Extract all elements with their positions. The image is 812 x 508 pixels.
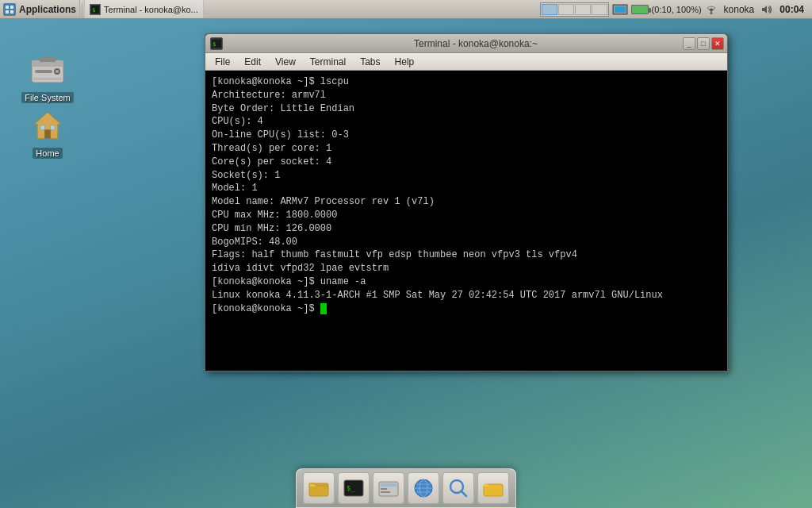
menu-edit[interactable]: Edit (238, 55, 267, 69)
svg-rect-26 (381, 488, 387, 490)
workspace-3[interactable] (575, 4, 591, 15)
battery-icon (631, 5, 649, 14)
applications-icon (3, 3, 16, 16)
terminal-line: BogoMIPS: 48.00 (212, 236, 721, 249)
svg-rect-2 (6, 10, 9, 13)
terminal-line: [konoka@konoka ~]$ lscpu (212, 75, 721, 89)
menu-help[interactable]: Help (389, 55, 421, 69)
svg-rect-10 (35, 70, 52, 73)
taskbar-right-area: (0:10, 100%) konoka 00:04 (535, 0, 812, 18)
home-icon-label: Home (33, 148, 62, 159)
filesystem-icon-image (29, 51, 67, 89)
taskbar-top: Applications $ Terminal - konoka@ko... (0, 0, 812, 19)
window-controls: _ □ ✕ (683, 37, 724, 50)
terminal-line: Model name: ARMv7 Processor rev 1 (v7l) (212, 195, 721, 209)
svg-rect-25 (381, 483, 396, 487)
desktop-icon-home[interactable]: Home (16, 103, 79, 162)
dock: $_ (296, 468, 516, 508)
workspace-switcher[interactable] (540, 2, 609, 17)
window-maximize-button[interactable]: □ (697, 37, 710, 50)
window-minimize-button[interactable]: _ (683, 37, 695, 50)
terminal-content[interactable]: [konoka@konoka ~]$ lscpuArchitecture: ar… (205, 71, 727, 371)
monitor-display (612, 4, 628, 15)
dock-item-terminal[interactable]: $_ (338, 472, 370, 504)
window-close-button[interactable]: ✕ (711, 37, 724, 50)
svg-text:$: $ (213, 41, 216, 48)
terminal-taskbar-label: Terminal - konoka@ko... (104, 5, 198, 14)
separator-1 (82, 3, 82, 16)
terminal-window: $ Terminal - konoka@konoka:~ _ □ ✕ File … (205, 33, 728, 371)
svg-rect-13 (33, 78, 62, 80)
terminal-line: Socket(s): 1 (212, 169, 721, 183)
menu-tabs[interactable]: Tabs (354, 55, 386, 69)
svg-text:$_: $_ (347, 484, 355, 492)
network-icon (705, 4, 718, 15)
monitor-icon (612, 4, 628, 15)
svg-rect-18 (40, 125, 44, 129)
svg-rect-0 (6, 6, 9, 9)
svg-point-6 (710, 12, 712, 14)
clock-time: 00:04 (776, 4, 807, 15)
terminal-line: [konoka@konoka ~]$ uname -a (212, 275, 721, 289)
desktop-icon-filesystem[interactable]: File System (16, 48, 79, 106)
terminal-window-title: Terminal - konoka@konoka:~ (229, 38, 722, 49)
menu-view[interactable]: View (269, 55, 302, 69)
dock-item-browser[interactable] (408, 472, 439, 504)
dock-item-manager[interactable] (373, 472, 404, 504)
terminal-line: CPU min MHz: 126.0000 (212, 222, 721, 236)
terminal-line: CPU max MHz: 1800.0000 (212, 209, 721, 222)
svg-text:$: $ (92, 7, 95, 13)
svg-marker-7 (762, 6, 767, 13)
terminal-line: On-line CPU(s) list: 0-3 (212, 129, 721, 142)
home-icon-image (29, 106, 67, 144)
workspace-4[interactable] (592, 4, 607, 15)
workspace-1[interactable] (542, 4, 557, 15)
terminal-titlebar: $ Terminal - konoka@konoka:~ _ □ ✕ (205, 34, 727, 53)
terminal-menubar: File Edit View Terminal Tabs Help (205, 53, 727, 71)
terminal-line: Flags: half thumb fastmult vfp edsp thum… (212, 248, 721, 262)
speaker-icon (760, 4, 773, 15)
terminal-line: Thread(s) per core: 1 (212, 142, 721, 156)
svg-rect-16 (44, 129, 50, 138)
battery-text: (0:10, 100%) (652, 5, 702, 14)
workspace-2[interactable] (558, 4, 574, 15)
terminal-line: Byte Order: Little Endian (212, 102, 721, 116)
terminal-line: Model: 1 (212, 182, 721, 195)
terminal-line: [konoka@konoka ~]$ (212, 302, 721, 316)
dock-item-files[interactable] (303, 472, 335, 504)
svg-rect-14 (40, 57, 56, 62)
terminal-line: CPU(s): 4 (212, 115, 721, 129)
terminal-window-icon: $ (210, 37, 223, 50)
svg-rect-17 (51, 125, 55, 129)
applications-label: Applications (19, 4, 76, 15)
terminal-taskbar-button[interactable]: $ Terminal - konoka@ko... (84, 0, 204, 18)
applications-menu[interactable]: Applications (0, 0, 80, 18)
terminal-line: Architecture: armv7l (212, 89, 721, 102)
svg-point-12 (56, 70, 59, 73)
svg-rect-1 (10, 6, 13, 9)
menu-file[interactable]: File (209, 55, 236, 69)
terminal-taskbar-icon: $ (90, 4, 101, 15)
battery-fill (633, 6, 647, 13)
terminal-line: Linux konoka 4.11.3-1-ARCH #1 SMP Sat Ma… (212, 289, 721, 302)
dock-item-search[interactable] (442, 472, 474, 504)
filesystem-icon-label: File System (21, 92, 73, 103)
terminal-line: idiva idivt vfpd32 lpae evtstrm (212, 262, 721, 275)
svg-rect-27 (381, 491, 390, 493)
dock-item-folder[interactable] (477, 472, 509, 504)
terminal-cursor (320, 303, 327, 314)
svg-rect-3 (10, 10, 13, 13)
svg-line-34 (462, 491, 466, 496)
user-label: konoka (721, 4, 758, 15)
terminal-line: Core(s) per socket: 4 (212, 156, 721, 169)
menu-terminal[interactable]: Terminal (304, 55, 352, 69)
